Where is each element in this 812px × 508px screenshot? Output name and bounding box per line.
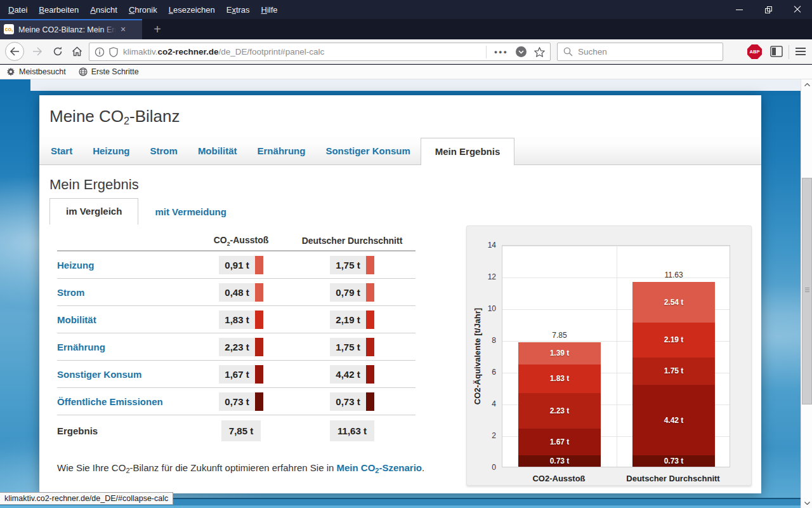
result-value-1: 7,85 t [193, 420, 289, 441]
sub-tab-mit-vermeidung[interactable]: mit Vermeidung [138, 199, 243, 225]
value-box: 1,75 t [330, 338, 365, 356]
category-color-swatch [366, 283, 374, 302]
chart-gridline [502, 246, 730, 246]
bar-segment-label: 1.83 t [550, 374, 570, 383]
home-button[interactable] [67, 42, 86, 61]
value-cell: 1,83 t [193, 311, 289, 329]
value-box: 2,19 t [330, 311, 365, 329]
nav-tab-heizung[interactable]: Heizung [82, 145, 140, 164]
value-box: 1,83 t [219, 311, 254, 329]
bar-segment-label: 1.75 t [664, 366, 684, 375]
menu-bearbeiten[interactable]: Bearbeiten [33, 3, 84, 17]
home-icon [72, 46, 82, 57]
sub-tab-im-vergleich[interactable]: im Vergleich [49, 198, 138, 225]
close-button[interactable] [783, 0, 812, 19]
row-link-strom[interactable]: Strom [57, 287, 193, 298]
result-row: Ergebnis 7,85 t 11,63 t [57, 415, 416, 446]
bar-segment-label: 2.54 t [664, 298, 684, 307]
bookmark-label: Erste Schritte [91, 67, 139, 76]
nav-tab-sonstiger-konsum[interactable]: Sonstiger Konsum [315, 145, 420, 164]
category-color-swatch [255, 365, 263, 384]
menu-datei[interactable]: Datei [3, 3, 33, 17]
bar-segment-mobilität: 2.19 t [632, 323, 715, 358]
bookmark-meistbesucht[interactable]: Meistbesucht [6, 67, 66, 76]
value-cell: 1,75 t [289, 256, 416, 274]
table-row: Ernährung2,23 t1,75 t [57, 333, 416, 361]
row-link-öffentliche-emissionen[interactable]: Öffentliche Emissionen [57, 396, 193, 407]
scrollbar-up-arrow[interactable] [801, 79, 812, 90]
page-info-icon[interactable] [95, 47, 105, 57]
scrollbar-down-arrow[interactable] [801, 498, 812, 508]
vertical-scrollbar[interactable] [801, 79, 812, 508]
minimize-button[interactable] [724, 0, 754, 19]
new-tab-button[interactable]: + [147, 19, 167, 39]
nav-tab-ernährung[interactable]: Ernährung [247, 145, 316, 164]
co2-szenario-link[interactable]: Mein CO2-Szenario [337, 462, 422, 473]
chart-x-label-deutscher-durchschnitt: Deutscher Durchschnitt [603, 474, 743, 483]
bookmark-erste-schritte[interactable]: Erste Schritte [79, 67, 139, 76]
tab-close-icon[interactable]: × [121, 25, 126, 34]
result-label: Ergebnis [57, 425, 193, 436]
menu-hilfe[interactable]: Hilfe [256, 3, 284, 17]
browser-tab[interactable]: co, Meine CO2-Bilanz: Mein Ergebn × [0, 19, 142, 39]
value-cell: 0,79 t [289, 283, 416, 302]
header-deutscher-durchschnitt: Deutscher Durchschnitt [289, 236, 416, 246]
chart-y-tick: 12 [467, 272, 496, 281]
nav-tab-mobilität[interactable]: Mobilität [188, 145, 247, 164]
forward-button[interactable] [28, 42, 47, 61]
back-button[interactable] [5, 42, 24, 61]
category-color-swatch [366, 365, 374, 384]
adblock-plus-icon[interactable]: ABP [747, 44, 762, 59]
row-link-ernährung[interactable]: Ernährung [57, 342, 193, 352]
scrollbar-thumb[interactable] [802, 178, 812, 404]
menu-lesezeichen[interactable]: Lesezeichen [163, 3, 221, 17]
menu-chronik[interactable]: Chronik [123, 3, 163, 17]
pocket-icon[interactable] [516, 46, 527, 57]
nav-tab-start[interactable]: Start [41, 145, 82, 164]
result-value-2: 11,63 t [289, 420, 416, 441]
bar-total-label: 11.63 [632, 271, 715, 279]
chart-category-divider [617, 246, 617, 467]
row-link-heizung[interactable]: Heizung [57, 260, 193, 271]
active-tab-stripe [0, 19, 142, 20]
row-link-sonstiger-konsum[interactable]: Sonstiger Konsum [57, 369, 193, 380]
bar-segment-label: 0.73 t [664, 457, 684, 465]
menu-bar: DateiBearbeitenAnsichtChronikLesezeichen… [3, 0, 284, 19]
restore-button[interactable] [754, 0, 783, 19]
nav-tab-strom[interactable]: Strom [140, 145, 188, 164]
section-title: Mein Ergebnis [49, 177, 139, 193]
search-bar[interactable]: Suchen [557, 43, 723, 61]
category-color-swatch [366, 338, 374, 356]
bar-segment-label: 1.67 t [550, 438, 570, 446]
bar-segment-ernährung: 2.23 t [518, 393, 601, 429]
search-placeholder: Suchen [578, 47, 607, 57]
tracking-shield-icon[interactable] [109, 47, 118, 57]
value-box: 1,75 t [330, 256, 365, 274]
scrollbar-grip [805, 288, 809, 292]
bookmark-star-icon[interactable] [534, 47, 545, 57]
category-color-swatch [366, 256, 374, 274]
chart-y-tick: 4 [467, 399, 496, 408]
menu-hamburger-icon[interactable] [796, 48, 806, 55]
value-cell: 1,75 t [289, 338, 416, 356]
bar-segment-sonstiger-konsum: 1.67 t [518, 429, 601, 455]
value-cell: 2,19 t [289, 311, 416, 329]
row-link-mobilität[interactable]: Mobilität [57, 314, 193, 325]
menu-ansicht[interactable]: Ansicht [84, 3, 123, 17]
reload-button[interactable] [48, 42, 67, 61]
sidebar-toggle-button[interactable] [770, 46, 783, 57]
page-actions-icon[interactable]: ●●● [494, 49, 508, 55]
restore-icon [765, 6, 772, 13]
close-icon [794, 6, 801, 13]
menu-extras[interactable]: Extras [221, 3, 256, 17]
bar-segment-öffentliche-emissionen: 0.73 t [518, 455, 601, 467]
nav-tab-mein-ergebnis[interactable]: Mein Ergebnis [421, 138, 515, 165]
value-cell: 0,73 t [193, 392, 289, 411]
chart-y-tick: 8 [467, 336, 496, 345]
url-prefix: klimaktiv. [123, 47, 158, 57]
url-bar[interactable]: klimaktiv.co2-rechner.de/de_DE/footprint… [89, 43, 551, 61]
category-color-swatch [366, 392, 374, 411]
value-cell: 0,73 t [289, 392, 416, 411]
category-color-swatch [255, 392, 263, 411]
browser-window: DateiBearbeitenAnsichtChronikLesezeichen… [0, 0, 812, 508]
